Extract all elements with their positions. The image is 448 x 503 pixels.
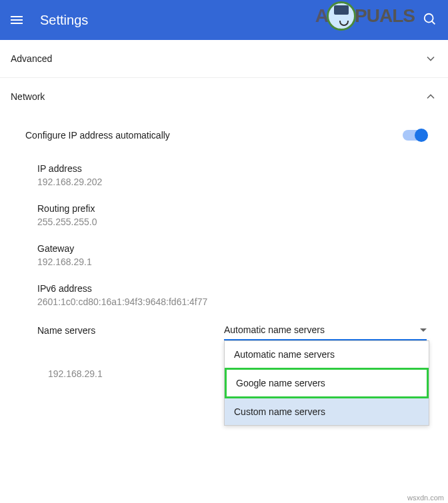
- chevron-down-icon: [424, 52, 437, 65]
- routing-prefix-label: Routing prefix: [37, 203, 437, 214]
- field-routing-prefix: Routing prefix 255.255.255.0: [11, 195, 437, 235]
- field-ip-address: IP address 192.168.29.202: [11, 155, 437, 195]
- section-network[interactable]: Network: [0, 78, 448, 115]
- section-advanced[interactable]: Advanced: [0, 40, 448, 78]
- network-content: Configure IP address automatically IP ad…: [0, 115, 448, 379]
- configure-auto-switch[interactable]: [403, 130, 427, 141]
- dropdown-option-automatic[interactable]: Automatic name servers: [225, 341, 429, 368]
- dropdown-option-google[interactable]: Google name servers: [225, 368, 429, 398]
- gateway-label: Gateway: [37, 243, 437, 254]
- ip-address-value: 192.168.29.202: [37, 177, 437, 187]
- nameservers-row: Name servers Automatic name servers Auto…: [11, 315, 437, 340]
- field-gateway: Gateway 192.168.29.1: [11, 235, 437, 275]
- nameservers-label: Name servers: [37, 325, 224, 336]
- routing-prefix-value: 255.255.255.0: [37, 217, 437, 227]
- svg-line-1: [432, 21, 435, 25]
- svg-point-0: [425, 14, 433, 23]
- logo-face-icon: [327, 1, 356, 31]
- section-network-label: Network: [11, 91, 45, 102]
- ipv6-address-value: 2601:1c0:cd80:16a1:94f3:9648:fd61:4f77: [37, 296, 437, 307]
- configure-auto-label: Configure IP address automatically: [25, 130, 170, 141]
- configure-auto-row: Configure IP address automatically: [11, 115, 437, 155]
- gateway-value: 192.168.29.1: [37, 256, 437, 267]
- nameservers-dropdown[interactable]: Automatic name servers Automatic name se…: [224, 320, 427, 340]
- ipv6-address-label: IPv6 address: [37, 283, 437, 294]
- ip-address-label: IP address: [37, 163, 437, 174]
- chevron-up-icon: [424, 90, 437, 103]
- dropdown-selected[interactable]: Automatic name servers: [224, 320, 427, 340]
- menu-icon[interactable]: [11, 12, 27, 28]
- appuals-logo: A PUALS: [315, 1, 415, 31]
- section-advanced-label: Advanced: [11, 53, 52, 64]
- app-header: Settings A PUALS: [0, 0, 448, 40]
- field-ipv6-address: IPv6 address 2601:1c0:cd80:16a1:94f3:964…: [11, 275, 437, 315]
- search-icon[interactable]: [423, 12, 437, 29]
- dropdown-arrow-icon: [420, 328, 427, 332]
- dropdown-selected-text: Automatic name servers: [224, 324, 325, 335]
- dropdown-option-custom[interactable]: Custom name servers: [225, 398, 429, 425]
- watermark-text: wsxdn.com: [407, 494, 444, 502]
- page-title: Settings: [40, 13, 88, 28]
- dropdown-menu: Automatic name servers Google name serve…: [224, 340, 429, 426]
